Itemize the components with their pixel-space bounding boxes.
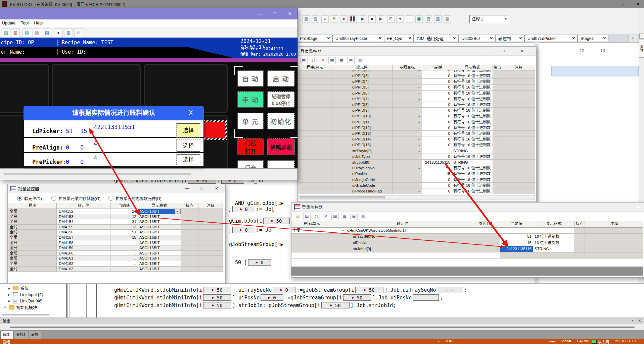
window-titlebar[interactable]: 登录监控器 (291, 203, 644, 212)
panel-divider[interactable] (66, 284, 67, 318)
table-row[interactable]: 全局DM4163..ASCII16BIT (8, 267, 224, 272)
hmi-partial-button-2[interactable] (268, 160, 294, 168)
format-value[interactable]: ASCII16BIT (138, 230, 181, 235)
column-header-3[interactable]: 当前值 (110, 203, 138, 209)
table-row[interactable]: 全局DM4161..ASCII16BIT (8, 256, 224, 261)
hmi-alarm-button-2[interactable]: 蜂鸣屏蔽 (268, 139, 294, 155)
table-row[interactable]: uiPPID[9]-0有符号 16 位十进制数 (298, 108, 535, 113)
transfer-icon[interactable]: ▦ (303, 15, 310, 23)
code-value-box[interactable]: ▶50 (203, 294, 231, 301)
table-row[interactable]: uiPosNo-15有符号 16 位十进制数 (298, 171, 535, 177)
hmi-partial-button-1[interactable]: 门全 (237, 160, 264, 168)
copy-icon[interactable]: ▣ (350, 213, 358, 220)
id-icon[interactable]: ID (74, 28, 83, 37)
copy-icon[interactable]: ▣ (347, 57, 355, 64)
column-header-1[interactable]: 程序/单元 (291, 221, 332, 228)
monitor-green-icon[interactable]: ▥ (2, 28, 10, 37)
table-row[interactable]: 全局DM415513ASCII16BIT (8, 225, 224, 230)
maximize-button[interactable]: □ (198, 185, 205, 192)
hmi-button-4[interactable]: 轻碰暂停 0.5s停止 (268, 92, 294, 108)
monitor-wrench-icon[interactable]: ▥ (64, 28, 73, 37)
table-row[interactable]: 全局▼gHmiCimUKWord.stJobMiniInfo[1] (291, 228, 643, 234)
format-value[interactable]: ASCII16BIT (138, 219, 181, 224)
radio-3[interactable]: 扩展单元的内部软元件(U) (108, 195, 162, 201)
table-row[interactable]: uiPPID[6]-0有符号 16 位十进制数 (298, 91, 535, 96)
table-row[interactable]: uiPPID[7]-0有符号 16 位十进制数 (298, 96, 535, 102)
flag-icon[interactable]: ⚑ (331, 15, 338, 23)
tab-close-icon[interactable]: ✕ (488, 36, 495, 41)
tab-close-icon[interactable]: ✕ (570, 36, 577, 41)
menu-update[interactable]: Update (2, 21, 15, 25)
maximize-button[interactable]: □ (500, 48, 507, 54)
tab-overflow-dropdown[interactable]: ▼ (629, 35, 637, 42)
delete-register-icon[interactable]: ✕ (322, 213, 329, 220)
column-header-5[interactable]: 显示格式 (452, 65, 493, 70)
table-row[interactable]: 全局DM415431ASCII16BIT (8, 219, 224, 225)
tab-Unit07LdPicker[interactable]: Unit07LdPicker✕ (524, 35, 578, 42)
camera-icon[interactable]: ● (54, 28, 63, 37)
tree-expand-icon[interactable]: ▼ (3, 306, 7, 309)
save-icon[interactable]: ▤ (300, 57, 308, 64)
code-value-box[interactable]: --- (437, 287, 463, 293)
registration-icon[interactable]: ⊞ (387, 15, 395, 23)
table-row[interactable]: uiPPID[15]-0有符号 16 位十进制数 (298, 142, 535, 148)
monitor-red-icon[interactable]: ▥ (11, 28, 20, 37)
open-icon[interactable]: ▤ (294, 213, 301, 220)
ladder-selection-band[interactable] (551, 66, 639, 76)
close-icon[interactable]: ✕ (213, 185, 220, 192)
properties-side-tab[interactable]: 属性 (639, 40, 644, 58)
hmi-titlebar[interactable] (0, 8, 297, 20)
column-header-1[interactable]: 程序/单元 (298, 65, 331, 70)
column-header-2[interactable]: 软元件 (332, 221, 473, 228)
table-row[interactable]: strTrayId[0]-STRING (298, 148, 535, 154)
add-table-icon[interactable]: ▦ (338, 57, 345, 64)
table-row[interactable]: 全局DM415651ASCII16BIT (8, 230, 224, 235)
st-code-line[interactable]: gHmiCimUKWord.stJobMiniInfo[i▶50].uiPosN… (114, 294, 638, 301)
stop-icon[interactable]: ■ (368, 15, 376, 23)
table-blue-icon[interactable]: ▥ (434, 15, 442, 23)
hmi-horizontal-scrollbar[interactable] (3, 173, 191, 175)
menu-help[interactable]: Help (34, 21, 43, 25)
radio-2[interactable]: 扩展单元缓冲存储器(G) (51, 195, 100, 201)
code-value-box[interactable]: ▶50 (321, 302, 350, 308)
tab-close-icon[interactable]: ✕ (377, 36, 384, 41)
column-header-3[interactable]: 参照目标 (473, 221, 500, 228)
zoom-in-icon[interactable]: + (397, 15, 404, 23)
pin-icon[interactable]: ▾ (632, 319, 634, 322)
find-icon[interactable]: ◎ (313, 213, 320, 220)
tab-CIM_通用处理[interactable]: CIM_通用处理✕ (414, 35, 458, 42)
tab-Unit06TrayPicker[interactable]: Unit06TrayPicker✕ (332, 35, 384, 42)
output-splitter-handle[interactable] (10, 327, 635, 328)
code-value-box[interactable]: ▶0 (261, 294, 283, 301)
tree-expand-icon[interactable]: ▶ (7, 299, 11, 303)
scrollbar-thumb[interactable] (300, 196, 385, 198)
tree-item[interactable]: ▼初始化模块 (0, 304, 66, 310)
tab-close-icon[interactable]: ✕ (517, 36, 524, 41)
minimize-button[interactable]: — (184, 185, 191, 192)
doc-refresh-icon[interactable]: ▤ (22, 28, 31, 37)
table-row[interactable]: uiPPID[11]-0有符号 16 位十进制数 (298, 119, 535, 125)
tab-close-icon[interactable]: ✕ (451, 36, 458, 41)
maximize-button[interactable]: ▢ (615, 0, 630, 8)
table-row[interactable]: uiGradeCode-0有符号 16 位十进制数 (298, 183, 535, 188)
column-header-4[interactable]: 显示格式 (138, 203, 181, 209)
format-value[interactable]: ASCII16BIT (138, 261, 181, 266)
save-icon[interactable]: ▤ (303, 213, 311, 220)
table-row[interactable]: uiProcessingFlag-0有符号 16 位十进制数 (298, 188, 535, 194)
output-tab-转换[interactable]: 转换 (29, 331, 41, 339)
hmi-button-5[interactable]: 单 元 (237, 113, 264, 129)
code-value-box[interactable]: ▶0 (232, 227, 255, 233)
insert-row-icon[interactable]: ▦ (328, 57, 336, 64)
table-row[interactable]: 全局DM4160..ASCII16BIT (8, 251, 224, 256)
tab-close-icon[interactable]: ✕ (601, 36, 608, 41)
grid-green-icon[interactable]: ▣ (415, 15, 423, 23)
monitor-icon[interactable]: ▥ (360, 213, 367, 220)
window-titlebar[interactable]: 批量监控器 (8, 184, 225, 193)
table-row[interactable]: strJobId[0]-241231135115STRING (298, 160, 535, 165)
printer-gray-icon[interactable]: ▦ (33, 28, 41, 37)
column-header-5[interactable]: 接点 (181, 203, 198, 209)
column-header-5[interactable]: 显示格式 (533, 221, 575, 228)
dialog-select-button[interactable]: 选择 (177, 154, 200, 165)
column-header-2[interactable]: 软元件 (57, 203, 110, 209)
save-card-icon[interactable]: ▤ (43, 28, 51, 37)
